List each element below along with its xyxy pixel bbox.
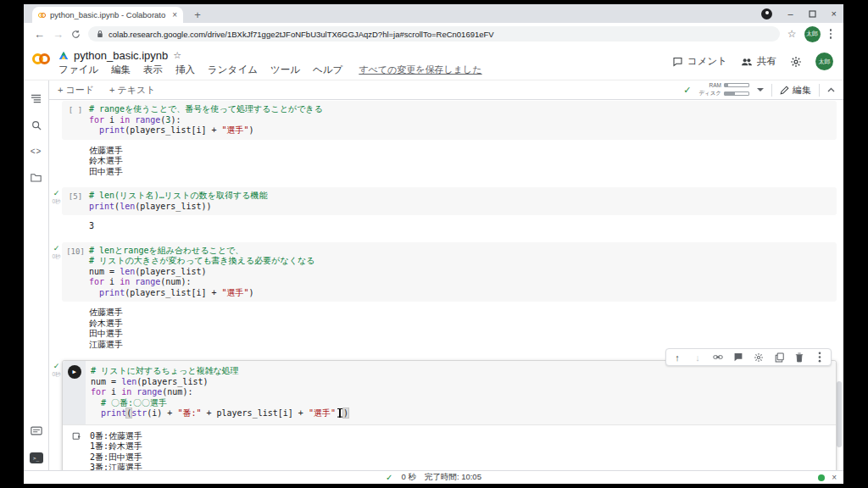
status-bar: ✓ 0 秒 完了時間: 10:05 × <box>24 470 843 484</box>
settings-gear-icon[interactable] <box>790 56 802 68</box>
execution-count: [10] <box>66 247 85 256</box>
address-bar-row: ← → colab.research.google.com/drive/1BXk… <box>24 23 843 45</box>
cell-status-margin: ✓0秒 <box>51 242 62 352</box>
exec-success-check-icon: ✓ <box>386 473 392 482</box>
output-icon <box>72 432 81 471</box>
play-icon: ▶ <box>72 369 75 375</box>
menu-bar: ファイル編集表示挿入ランタイムツールヘルプすべての変更を保存しました <box>58 64 482 76</box>
chevron-down-icon[interactable] <box>757 88 764 92</box>
lock-icon <box>97 30 103 38</box>
left-sidebar: <> >_ <box>24 80 49 470</box>
code-snippets-icon[interactable] <box>31 426 42 435</box>
search-icon[interactable] <box>31 120 42 130</box>
cell-output: 0番:佐藤選手1番:鈴木選手2番:田中選手3番:江藤選手 <box>90 431 142 471</box>
copy-icon[interactable] <box>774 352 784 363</box>
browser-menu-icon[interactable] <box>828 29 834 39</box>
add-text-button[interactable]: + テキスト <box>109 84 155 97</box>
tab-title: python_basic.ipynb - Colaborato <box>50 10 168 19</box>
browser-tab[interactable]: python_basic.ipynb - Colaborato × <box>32 7 183 23</box>
maximize-button[interactable] <box>809 10 816 18</box>
cell-output-area: 佐藤選手鈴木選手田中選手江藤選手 <box>62 302 837 352</box>
new-tab-button[interactable]: + <box>190 7 205 22</box>
resource-gauges[interactable]: RAM ディスク <box>698 82 749 97</box>
add-code-button[interactable]: + コード <box>58 84 94 97</box>
code-panel-icon[interactable]: <> <box>31 147 42 156</box>
completed-time: 完了時間: 10:05 <box>425 472 481 483</box>
cell-code-area: [5]# len(リスト名)…リストの数を取得する機能print(len(pla… <box>62 187 837 215</box>
comment-icon[interactable] <box>733 352 743 363</box>
move-down-icon[interactable]: ↓ <box>693 352 703 363</box>
menu-view[interactable]: 表示 <box>143 64 163 76</box>
close-window-button[interactable]: × <box>832 9 837 19</box>
notebook-toolbar: + コード + テキスト ✓ RAM ディスク <box>49 80 843 100</box>
save-status[interactable]: すべての変更を保存しました <box>359 64 481 76</box>
cell-toolbar: ↑↓ <box>665 348 832 366</box>
notebook-cell: ✓0秒[10]# lenとrangeを組み合わせることで、# リストの大きさが変… <box>51 242 837 352</box>
delete-icon[interactable] <box>794 352 804 363</box>
code-editor[interactable]: # rangeを使うことで、番号を使って処理することができるfor i in r… <box>89 104 837 136</box>
ram-bar <box>724 83 749 87</box>
cell-exec-time: 0秒 <box>52 198 61 204</box>
link-icon[interactable] <box>713 352 723 363</box>
cell-output: 佐藤選手鈴木選手田中選手江藤選手 <box>89 308 123 350</box>
cell-success-check-icon: ✓ <box>51 363 62 370</box>
terminal-icon[interactable]: >_ <box>30 452 43 463</box>
code-cell[interactable]: [ ]# rangeを使うことで、番号を使って処理することができるfor i i… <box>62 101 837 179</box>
statusbar-close-icon[interactable]: × <box>832 473 837 482</box>
minimize-button[interactable]: – <box>787 9 793 19</box>
notebook-title[interactable]: python_basic.ipynb <box>74 49 168 62</box>
code-editor[interactable]: # リストに対するちょっと複雑な処理num = len(players_list… <box>91 366 836 419</box>
plus-icon: + <box>109 85 114 95</box>
url-text: colab.research.google.com/drive/1BXkJf71… <box>108 30 494 39</box>
reload-icon[interactable] <box>71 30 81 39</box>
exec-time: 0 秒 <box>401 472 415 483</box>
scrollbar-thumb[interactable] <box>837 381 842 447</box>
connected-check-icon: ✓ <box>683 85 691 96</box>
cell-success-check-icon: ✓ <box>51 245 62 252</box>
menu-edit[interactable]: 編集 <box>111 64 131 76</box>
code-editor[interactable]: # lenとrangeを組み合わせることで、# リストの大きさが変わっても書き換… <box>89 246 837 299</box>
cell-gutter: ▶ <box>63 361 86 424</box>
text-cursor-icon <box>337 408 343 418</box>
run-cell-button[interactable]: ▶ <box>68 365 81 379</box>
bookmark-star-icon[interactable]: ☆ <box>787 28 797 40</box>
back-icon[interactable]: ← <box>34 29 45 40</box>
plus-icon: + <box>58 85 63 95</box>
tab-close-icon[interactable]: × <box>172 10 177 19</box>
edit-mode-button[interactable]: 編集 <box>780 84 811 97</box>
disk-bar <box>724 92 749 96</box>
settings-icon[interactable] <box>754 352 764 363</box>
browser-avatar[interactable]: 太郎 <box>804 26 821 42</box>
extension-icon[interactable] <box>761 8 772 19</box>
code-cell[interactable]: ▶# リストに対するちょっと複雑な処理num = len(players_lis… <box>62 360 837 470</box>
menu-insert[interactable]: 挿入 <box>175 64 195 76</box>
cell-code-area: ▶# リストに対するちょっと複雑な処理num = len(players_lis… <box>63 361 836 425</box>
move-up-icon[interactable]: ↑ <box>672 352 682 363</box>
more-icon[interactable] <box>815 352 825 363</box>
colab-header: python_basic.ipynb ☆ ファイル編集表示挿入ランタイムツールヘ… <box>24 45 843 80</box>
colab-avatar[interactable]: 太郎 <box>815 53 833 70</box>
menu-tools[interactable]: ツール <box>270 64 300 76</box>
cell-code-area: [ ]# rangeを使うことで、番号を使って処理することができるfor i i… <box>62 101 837 140</box>
menu-help[interactable]: ヘルプ <box>313 64 342 76</box>
url-field[interactable]: colab.research.google.com/drive/1BXkJf71… <box>88 26 780 42</box>
comment-button[interactable]: コメント <box>672 55 727 68</box>
notebook-cell: ✓0秒[5]# len(リスト名)…リストの数を取得する機能print(len(… <box>51 187 837 234</box>
code-cell[interactable]: [10]# lenとrangeを組み合わせることで、# リストの大きさが変わって… <box>62 242 837 352</box>
notebook-cell: [ ]# rangeを使うことで、番号を使って処理することができるfor i i… <box>51 101 837 179</box>
table-of-contents-icon[interactable] <box>31 94 42 103</box>
cell-gutter: [10] <box>62 246 89 299</box>
collapse-header-icon[interactable] <box>827 87 835 92</box>
forward-icon[interactable]: → <box>53 29 64 40</box>
favorite-star-icon[interactable]: ☆ <box>173 50 181 61</box>
cell-output: 3 <box>89 221 94 232</box>
menu-file[interactable]: ファイル <box>58 64 98 76</box>
files-icon[interactable] <box>31 173 42 182</box>
notebook-cell: ✓0秒▶# リストに対するちょっと複雑な処理num = len(players_… <box>51 360 837 470</box>
code-editor[interactable]: # len(リスト名)…リストの数を取得する機能print(len(player… <box>89 191 837 212</box>
cell-gutter: [ ] <box>62 104 89 136</box>
code-cell[interactable]: [5]# len(リスト名)…リストの数を取得する機能print(len(pla… <box>62 187 837 234</box>
share-button[interactable]: 共有 <box>741 55 776 68</box>
menu-runtime[interactable]: ランタイム <box>208 64 258 76</box>
status-green-dot <box>818 474 825 481</box>
